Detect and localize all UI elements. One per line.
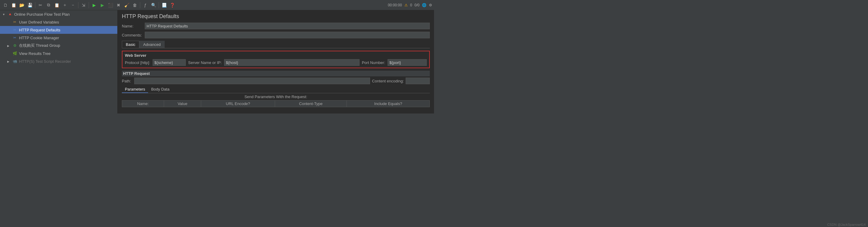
main-layout: 🔺 Online Purchase Flow Test Plan ✂ User … <box>0 10 434 113</box>
user-vars-icon: ✂ <box>12 19 18 25</box>
server-label: Server Name or IP: <box>188 60 222 65</box>
port-input[interactable] <box>388 59 427 66</box>
counter-display: 0/0 <box>414 3 420 7</box>
cookie-manager-icon: ✂ <box>12 35 18 40</box>
col-name: Name: <box>122 101 164 107</box>
http-request-title: HTTP Request <box>122 70 430 76</box>
web-server-row: Protocol [http]: Server Name or IP: Port… <box>125 59 427 66</box>
col-url-encode: URL Encode? <box>201 101 275 107</box>
send-params-label: Send Parameters With the Request: <box>122 93 430 100</box>
sidebar: 🔺 Online Purchase Flow Test Plan ✂ User … <box>0 10 118 113</box>
page-title: HTTP Request Defaults <box>122 13 430 20</box>
run-thread-icon[interactable]: ▶ <box>99 1 106 9</box>
open-icon[interactable]: 📂 <box>18 1 25 9</box>
sidebar-item-user-defined-vars[interactable]: ✂ User Defined Variables <box>0 18 117 26</box>
results-tree-label: View Results Tree <box>19 51 51 56</box>
http-defaults-label: HTTP Request Defaults <box>19 28 60 32</box>
warning-icon: ⚠ <box>404 3 408 7</box>
sidebar-item-test-plan[interactable]: 🔺 Online Purchase Flow Test Plan <box>0 10 117 18</box>
cut-icon[interactable]: ✂ <box>37 1 44 9</box>
tab-advanced[interactable]: Advanced <box>140 41 165 48</box>
elapsed-time: 00:00:00 <box>388 3 402 7</box>
name-row: Name: <box>122 23 430 29</box>
user-vars-label: User Defined Variables <box>19 20 59 24</box>
col-content-type: Content-Type <box>275 101 346 107</box>
toolbar: 🗋 📋 📂 💾 ✂ ⧉ 📋 ＋ － ⇲ ▶ ▶ ⬛ ✖ 🧹 🗑 ƒ 🔍 📃 ❓ … <box>0 0 434 10</box>
search-icon[interactable]: 🔍 <box>150 1 157 9</box>
protocol-input[interactable] <box>153 59 186 66</box>
cookie-manager-label: HTTP Cookie Manager <box>19 36 59 40</box>
params-section: Parameters Body Data Send Parameters Wit… <box>122 86 430 107</box>
sep3 <box>89 2 89 8</box>
params-table: Name: Value URL Encode? Content-Type Inc… <box>122 100 430 107</box>
add-icon[interactable]: ＋ <box>61 1 68 9</box>
help-icon[interactable]: ❓ <box>168 1 176 9</box>
col-include-equals: Include Equals? <box>347 101 430 107</box>
thread-group-icon: ⚙ <box>12 43 18 48</box>
tab-parameters[interactable]: Parameters <box>122 86 148 93</box>
path-row: Path: Content encoding: <box>122 78 430 84</box>
tab-basic[interactable]: Basic <box>122 41 140 48</box>
clear-icon[interactable]: 🧹 <box>123 1 130 9</box>
expand-test-plan-icon <box>2 13 6 16</box>
recorder-label: HTTP(S) Test Script Recorder <box>19 59 71 64</box>
templates-icon[interactable]: 📃 <box>160 1 168 9</box>
main-tabs: Basic Advanced <box>122 41 430 48</box>
remove-icon[interactable]: － <box>69 1 76 9</box>
path-input[interactable] <box>134 78 370 84</box>
sidebar-item-http-cookie-manager[interactable]: ✂ HTTP Cookie Manager <box>0 34 117 42</box>
test-plan-label: Online Purchase Flow Test Plan <box>14 12 70 17</box>
sidebar-item-view-results-tree[interactable]: 🌿 View Results Tree <box>0 50 117 57</box>
comments-label: Comments: <box>122 33 143 37</box>
save-icon[interactable]: 💾 <box>26 1 33 9</box>
http-defaults-icon: ✂ <box>12 27 18 33</box>
run-icon[interactable]: ▶ <box>91 1 98 9</box>
copy-icon[interactable]: ⧉ <box>45 1 52 9</box>
new-icon[interactable]: 🗋 <box>2 1 9 9</box>
tab-body-data[interactable]: Body Data <box>148 86 173 93</box>
path-label: Path: <box>122 79 132 83</box>
settings-icon: ⚙ <box>429 3 432 7</box>
name-label: Name: <box>122 24 143 28</box>
name-input[interactable] <box>145 23 430 29</box>
remote-icon: 🌐 <box>422 3 427 7</box>
no-expand-1 <box>7 21 11 24</box>
sep2 <box>78 2 79 8</box>
paste-icon[interactable]: 📋 <box>53 1 60 9</box>
warning-count: 0 <box>410 3 412 7</box>
sidebar-item-https-recorder[interactable]: 📹 HTTP(S) Test Script Recorder <box>0 57 117 65</box>
port-label: Port Number: <box>362 60 385 65</box>
clear-all-icon[interactable]: 🗑 <box>131 1 138 9</box>
server-input[interactable] <box>224 59 360 66</box>
comments-input[interactable] <box>145 32 430 38</box>
sep4 <box>140 2 140 8</box>
expand-icon[interactable]: ⇲ <box>80 1 87 9</box>
web-server-section: Web Server Protocol [http]: Server Name … <box>122 51 430 68</box>
web-server-label: Web Server <box>125 53 427 58</box>
open-templates-icon[interactable]: 📋 <box>10 1 17 9</box>
sep1 <box>35 2 35 8</box>
toolbar-right: 00:00:00 ⚠ 0 0/0 🌐 ⚙ <box>388 3 432 7</box>
no-expand-4 <box>7 52 11 55</box>
sidebar-item-thread-group[interactable]: ⚙ 在线购买 Thread Group <box>0 42 117 50</box>
thread-group-label: 在线购买 Thread Group <box>19 43 60 48</box>
stop-icon[interactable]: ⬛ <box>107 1 114 9</box>
protocol-label: Protocol [http]: <box>125 60 150 65</box>
stop-now-icon[interactable]: ✖ <box>115 1 122 9</box>
comments-row: Comments: <box>122 32 430 38</box>
params-tabs: Parameters Body Data <box>122 86 430 93</box>
encoding-input[interactable] <box>406 78 430 84</box>
sep5 <box>159 2 159 8</box>
col-value: Value <box>164 101 201 107</box>
function-helper-icon[interactable]: ƒ <box>142 1 149 9</box>
no-expand-2 <box>7 28 11 32</box>
expand-recorder-icon <box>7 60 11 63</box>
encoding-label: Content encoding: <box>372 79 404 83</box>
content-area: HTTP Request Defaults Name: Comments: Ba… <box>118 10 434 113</box>
results-tree-icon: 🌿 <box>12 51 18 56</box>
http-request-section: HTTP Request Path: Content encoding: <box>122 70 430 84</box>
no-expand-3 <box>7 36 11 39</box>
sidebar-item-http-request-defaults[interactable]: ✂ HTTP Request Defaults <box>0 26 117 34</box>
expand-thread-group-icon <box>7 44 11 48</box>
recorder-icon: 📹 <box>12 59 18 64</box>
